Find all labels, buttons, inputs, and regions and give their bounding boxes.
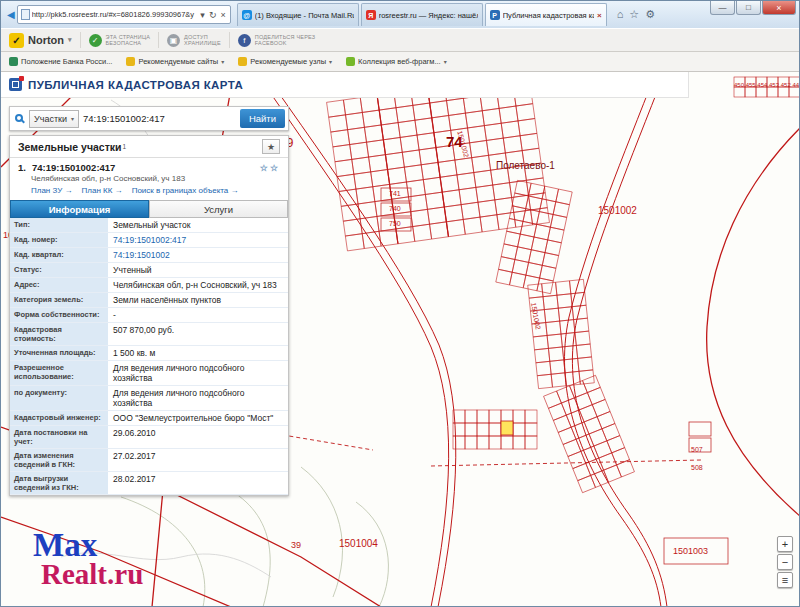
norton-separator <box>80 32 81 48</box>
info-row: Кад. квартал:74:19:1501002 <box>10 248 288 263</box>
info-row: Дата выгрузки сведений из ГКН:28.02.2017 <box>10 472 288 495</box>
map-roads <box>256 72 667 606</box>
info-row: Кадастровая стоимость:507 870,00 руб. <box>10 323 288 346</box>
result-index: 1. <box>18 162 26 173</box>
map-dashed-lines <box>241 428 701 466</box>
info-row: по документу:Для ведения личного подсобн… <box>10 386 288 411</box>
chevron-down-icon: ▾ <box>444 58 447 65</box>
info-value[interactable]: 74:19:1501002 <box>108 248 288 262</box>
info-row: Разрешенное использование:Для ведения ли… <box>10 361 288 386</box>
norton-brand[interactable]: ✓ Norton ▾ <box>9 33 72 48</box>
norton-label-line2: FACEBOOK <box>255 40 315 47</box>
favorites-item[interactable]: Рекомендуемые сайты▾ <box>126 57 224 66</box>
norton-item-vault[interactable]: ▣ДОСТУПХРАНИЛИЩЕ <box>167 34 221 47</box>
page-content: 1974Полетаево-11501002109017417407501501… <box>1 72 799 606</box>
result-star-icons[interactable]: ☆☆ <box>260 163 280 173</box>
favorite-label: Коллекция веб-фрагм... <box>358 57 441 66</box>
favorites-item[interactable]: Положение Банка Росси... <box>9 57 112 66</box>
tab-label: Публичная кадастровая ка... <box>503 11 594 20</box>
favorites-item[interactable]: Рекомендуемые узлы▾ <box>238 57 332 66</box>
info-table: Тип:Земельный участокКад. номер:74:19:15… <box>10 218 288 495</box>
info-value: Для ведения личного подсобного хозяйства <box>108 386 288 410</box>
info-label: Тип: <box>10 218 108 232</box>
info-label: Разрешенное использование: <box>10 361 108 385</box>
chevron-down-icon: ▾ <box>71 115 74 122</box>
browser-tab[interactable]: Яrosreestr.ru — Яндекс: нашёл... <box>361 3 483 26</box>
minimize-button[interactable]: — <box>710 1 735 15</box>
chevron-down-icon: ▾ <box>221 58 224 65</box>
maximize-button[interactable]: □ <box>736 1 761 15</box>
back-icon[interactable]: ◀ <box>7 9 15 20</box>
info-label: Кадастровая стоимость: <box>10 323 108 345</box>
zoom-out-button[interactable]: − <box>777 554 793 570</box>
search-icon <box>15 114 23 122</box>
home-icon[interactable]: ⌂ <box>617 8 624 21</box>
norton-logo-icon: ✓ <box>9 33 24 48</box>
page-title: ПУБЛИЧНАЯ КАДАСТРОВАЯ КАРТА <box>28 79 243 91</box>
result-cadnum[interactable]: 74:19:1501002:417 <box>32 162 115 173</box>
browser-tab[interactable]: @(1) Входящие - Почта Mail.Ru <box>237 3 359 26</box>
info-label: Дата выгрузки сведений из ГКН: <box>10 472 108 494</box>
info-row: Адрес:Челябинская обл, р-н Сосновский, у… <box>10 278 288 293</box>
favorites-item[interactable]: Коллекция веб-фрагм...▾ <box>346 57 447 66</box>
info-row: Кад. номер:74:19:1501002:417 <box>10 233 288 248</box>
norton-item-page-safe[interactable]: ✓ЭТА СТРАНИЦАБЕЗОПАСНА <box>89 34 151 47</box>
norton-item-facebook-share[interactable]: fПОДЕЛИТЬСЯ ЧЕРЕЗFACEBOOK <box>238 34 315 47</box>
result-link[interactable]: План КК → <box>82 186 123 195</box>
zoom-in-button[interactable]: + <box>777 536 793 552</box>
info-value: Земельный участок <box>108 218 288 232</box>
norton-brand-label: Norton <box>28 34 64 46</box>
result-item: 1. 74:19:1501002:417 ☆☆ Челябинская обл,… <box>10 158 288 195</box>
browser-tab[interactable]: РПубличная кадастровая ка...× <box>485 3 607 26</box>
info-value: Челябинская обл, р-н Сосновский, уч 183 <box>108 278 288 292</box>
layers-button[interactable]: ≡ <box>777 572 793 588</box>
info-label: по документу: <box>10 386 108 410</box>
info-value: Для ведения личного подсобного хозяйства <box>108 361 288 385</box>
tab-favicon: @ <box>242 10 252 20</box>
info-row: Уточненная площадь:1 500 кв. м <box>10 346 288 361</box>
browser-window: ◀ http://pkk5.rosreestr.ru/#x=6801826.99… <box>0 0 800 607</box>
info-value: - <box>108 308 288 322</box>
favorite-label: Рекомендуемые узлы <box>250 57 326 66</box>
search-input[interactable] <box>83 113 236 124</box>
refresh-icon[interactable]: ↻ <box>208 10 218 20</box>
close-button[interactable]: × <box>762 1 796 15</box>
parcel-grid-east-1 <box>496 180 572 293</box>
panel-title-sup: 1 <box>123 143 127 150</box>
info-label: Форма собственности: <box>10 308 108 322</box>
info-row: Категория земель:Земли населённых пункто… <box>10 293 288 308</box>
result-links: План ЗУ →План КК →Поиск в границах объек… <box>31 186 280 195</box>
address-bar[interactable]: http://pkk5.rosreestr.ru/#x=6801826.9993… <box>17 5 231 24</box>
tab-label: (1) Входящие - Почта Mail.Ru <box>255 11 354 20</box>
result-link[interactable]: Поиск в границах объекта → <box>132 186 239 195</box>
save-search-star-button[interactable]: ★ <box>262 139 280 154</box>
selected-parcel-highlight[interactable] <box>501 421 513 435</box>
info-value: 27.02.2017 <box>108 449 288 471</box>
vault-icon: ▣ <box>167 34 180 47</box>
find-button[interactable]: Найти <box>240 109 285 128</box>
info-value: 1 500 кв. м <box>108 346 288 360</box>
tab-close-icon[interactable]: × <box>597 11 602 20</box>
result-link[interactable]: План ЗУ → <box>31 186 73 195</box>
favorites-star-icon[interactable]: ☆ <box>629 8 639 21</box>
url-text[interactable]: http://pkk5.rosreestr.ru/#x=6801826.9993… <box>32 10 198 19</box>
address-dropdown-icon[interactable]: ▾ <box>199 10 206 20</box>
window-controls: — □ × <box>709 1 796 15</box>
search-category-select[interactable]: Участки ▾ <box>29 110 79 128</box>
gear-icon[interactable]: ⚙ <box>645 8 655 21</box>
titlebar-icons: ⌂ ☆ ⚙ <box>617 8 655 21</box>
stop-icon[interactable]: × <box>219 10 226 20</box>
panel-tab-услуги[interactable]: Услуги <box>149 200 288 218</box>
info-row: Статус:Учтенный <box>10 263 288 278</box>
info-value[interactable]: 74:19:1501002:417 <box>108 233 288 247</box>
page-safe-icon: ✓ <box>89 34 102 47</box>
browser-tabs: @(1) Входящие - Почта Mail.RuЯrosreestr.… <box>237 3 609 26</box>
info-row: Дата постановки на учет:29.06.2010 <box>10 426 288 449</box>
panel-tab-информация[interactable]: Информация <box>10 200 149 218</box>
norton-caret-icon: ▾ <box>68 36 72 44</box>
info-row: Дата изменения сведений в ГКН:27.02.2017 <box>10 449 288 472</box>
info-row: Кадастровый инженер:ООО "Землеустроитель… <box>10 411 288 426</box>
parcel-grid-east-2 <box>528 279 595 388</box>
facebook-share-icon: f <box>238 34 251 47</box>
results-panel: Земельные участки 1 ★ 1. 74:19:1501002:4… <box>9 135 289 496</box>
